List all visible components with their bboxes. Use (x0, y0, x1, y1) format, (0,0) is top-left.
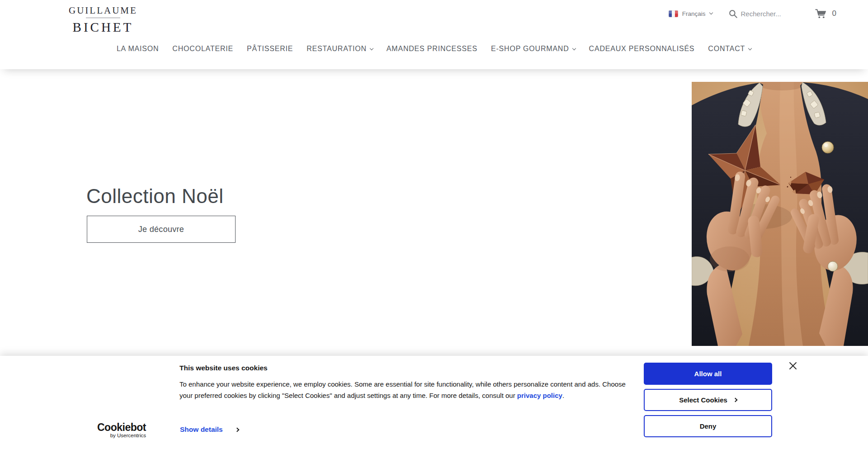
brand-line1: GUILLAUME (69, 5, 137, 16)
cart-icon (815, 9, 826, 19)
chevron-right-icon (733, 398, 737, 402)
search-input[interactable] (741, 10, 802, 18)
language-label: Français (682, 10, 706, 17)
cookie-banner-title: This website uses cookies (179, 364, 632, 372)
chevron-down-icon (572, 46, 576, 50)
select-cookies-button[interactable]: Select Cookies (644, 389, 772, 411)
header-utilities: Français 0 (669, 7, 836, 20)
cart-count: 0 (832, 9, 836, 18)
nav-la-maison[interactable]: LA MAISON (117, 44, 159, 54)
cookiebot-name: Cookiebot (97, 422, 146, 433)
hero-cta-button[interactable]: Je découvre (87, 216, 236, 243)
cookiebot-byline: by Usercentrics (97, 433, 146, 438)
hero-title: Collection Noël (86, 185, 223, 208)
close-icon[interactable] (787, 359, 799, 372)
cookiebot-logo[interactable]: Cookiebot by Usercentrics (97, 422, 146, 438)
cookie-banner-text: To enhance your website experience, we e… (179, 379, 632, 401)
show-details-link[interactable]: Show details (180, 425, 239, 434)
cookie-banner: Cookiebot by Usercentrics This website u… (0, 356, 868, 449)
cookie-banner-buttons: Allow all Select Cookies Deny (644, 363, 772, 437)
brand-line2: BICHET (69, 20, 137, 35)
chevron-down-icon (709, 11, 712, 14)
french-flag-icon (669, 10, 678, 17)
site-header: GUILLAUME BICHET Français (0, 0, 868, 69)
nav-cadeaux-personnalises[interactable]: CADEAUX PERSONNALISÉS (589, 44, 695, 54)
chocolate-star-photo (692, 82, 868, 346)
chevron-down-icon (370, 46, 373, 50)
nav-chocolaterie[interactable]: CHOCOLATERIE (172, 44, 233, 54)
search-box (729, 9, 802, 18)
language-selector[interactable]: Français (669, 10, 712, 17)
privacy-policy-link[interactable]: privacy policy (517, 392, 562, 399)
nav-eshop-gourmand[interactable]: E-SHOP GOURMAND (491, 44, 576, 54)
nav-contact[interactable]: CONTACT (708, 44, 751, 54)
hero-image (692, 82, 868, 346)
brand-divider (86, 18, 120, 18)
nav-amandes-princesses[interactable]: AMANDES PRINCESSES (387, 44, 477, 54)
nav-restauration[interactable]: RESTAURATION (307, 44, 373, 54)
cart-button[interactable]: 0 (815, 9, 836, 19)
chevron-down-icon (748, 46, 752, 50)
deny-button[interactable]: Deny (644, 415, 772, 437)
allow-all-button[interactable]: Allow all (644, 363, 772, 385)
brand-logo[interactable]: GUILLAUME BICHET (69, 5, 137, 35)
nav-patisserie[interactable]: PÂTISSERIE (247, 44, 293, 54)
cookie-banner-content: This website uses cookies To enhance you… (179, 364, 632, 401)
chevron-right-icon (235, 427, 239, 432)
main-nav: LA MAISON CHOCOLATERIE PÂTISSERIE RESTAU… (0, 44, 868, 54)
search-icon[interactable] (729, 9, 737, 18)
page: GUILLAUME BICHET Français (0, 0, 868, 449)
